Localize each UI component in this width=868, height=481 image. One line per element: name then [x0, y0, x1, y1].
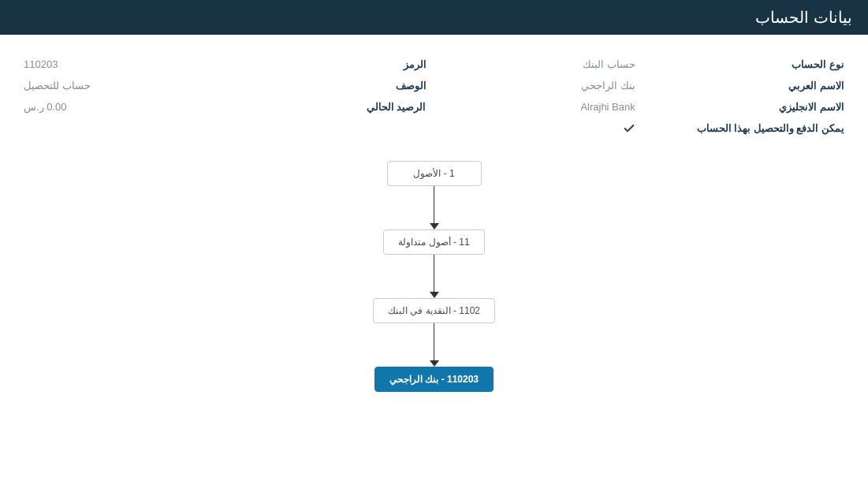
description-label: الوصف [233, 80, 426, 91]
english-name-label: الاسم الانجليزي [651, 101, 844, 113]
code-label: الرمز [233, 58, 426, 70]
hierarchy-arrow [430, 255, 439, 298]
hierarchy-arrow [430, 186, 439, 229]
svg-marker-0 [430, 223, 439, 229]
arrow-down-icon [430, 360, 439, 367]
hierarchy-arrow [430, 323, 439, 367]
english-name-value: Alrajhi Bank [442, 101, 635, 113]
arrow-down-icon [430, 223, 439, 229]
pay-collect-label: يمكن الدفع والتحصيل بهذا الحساب [651, 122, 844, 137]
arabic-name-value: بنك الراجحي [442, 80, 635, 91]
arabic-name-label: الاسم العربي [651, 80, 844, 91]
svg-marker-2 [430, 360, 439, 367]
hierarchy-node-3[interactable]: 1102 - النقدية في البنك [373, 298, 495, 323]
hierarchy-node-2[interactable]: 11 - أصول متداولة [383, 229, 484, 255]
current-balance-label: الرصيد الحالي [233, 101, 426, 113]
code-value: 110203 [24, 58, 217, 70]
content-area: نوع الحساب حساب البنك الرمز 110203 الاسم… [0, 35, 868, 408]
account-type-value: حساب البنك [442, 58, 635, 70]
description-value: حساب للتحصيل [24, 80, 217, 91]
page-header: بيانات الحساب [0, 0, 868, 35]
current-balance-value: 0.00 ر.س [24, 101, 217, 113]
pay-collect-check [442, 122, 635, 137]
account-hierarchy: 1 - الأصول 11 - أصول متداولة 1102 - النق… [24, 161, 844, 392]
account-type-label: نوع الحساب [651, 58, 844, 70]
hierarchy-node-1[interactable]: 1 - الأصول [387, 161, 482, 186]
arrow-down-icon [430, 292, 439, 298]
check-icon [623, 122, 635, 137]
svg-marker-1 [430, 292, 439, 298]
hierarchy-node-leaf[interactable]: 110203 - بنك الراجحي [374, 367, 494, 392]
page-title: بيانات الحساب [755, 9, 852, 26]
details-grid: نوع الحساب حساب البنك الرمز 110203 الاسم… [24, 58, 844, 137]
